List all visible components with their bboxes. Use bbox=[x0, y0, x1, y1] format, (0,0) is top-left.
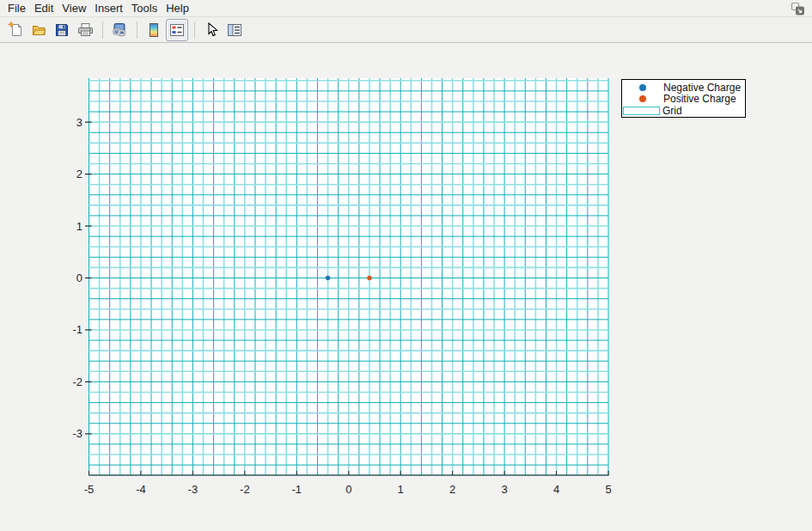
legend-entry-positive-charge: Positive Charge bbox=[622, 94, 745, 106]
x-tick-label: 5 bbox=[605, 483, 611, 496]
menu-tools[interactable]: Tools bbox=[127, 0, 162, 16]
negative-charge-marker-icon bbox=[639, 84, 646, 91]
y-tick-label: 3 bbox=[76, 116, 82, 129]
print-figure-button[interactable] bbox=[74, 19, 96, 41]
x-tick-label: 4 bbox=[553, 483, 559, 496]
new-figure-button[interactable] bbox=[4, 19, 27, 41]
insert-legend-button[interactable] bbox=[166, 19, 188, 41]
pop-out-icon bbox=[791, 2, 805, 15]
grid-swatch-icon bbox=[623, 107, 660, 115]
menu-help[interactable]: Help bbox=[162, 0, 193, 16]
menu-edit[interactable]: Edit bbox=[30, 0, 58, 16]
x-tick-label: -1 bbox=[292, 483, 302, 496]
save-icon bbox=[54, 22, 70, 38]
menu-bar: File Edit View Insert Tools Help bbox=[0, 0, 812, 17]
open-folder-icon bbox=[31, 21, 47, 38]
x-tick-label: -2 bbox=[240, 483, 250, 496]
toolbar-separator bbox=[137, 21, 137, 39]
pop-out-button[interactable] bbox=[790, 2, 805, 15]
figure-window: File Edit View Insert Tools Help bbox=[0, 0, 812, 531]
x-tick-label: -3 bbox=[188, 483, 198, 496]
y-tick-label: -3 bbox=[72, 427, 82, 440]
y-tick-label: -1 bbox=[72, 323, 82, 336]
plot-browser-icon bbox=[226, 22, 243, 38]
x-tick-labels: -5-4-3-2-1012345 bbox=[84, 483, 612, 496]
y-tick-label: 1 bbox=[76, 220, 82, 233]
legend-entry-negative-charge: Negative Charge bbox=[622, 82, 745, 94]
x-tick-label: -4 bbox=[136, 483, 146, 496]
x-tick-label: 0 bbox=[345, 483, 351, 496]
y-tick-label: 0 bbox=[76, 272, 82, 284]
toolbar-separator bbox=[102, 21, 103, 39]
link-icon bbox=[111, 21, 128, 38]
printer-icon bbox=[77, 21, 94, 38]
menu-file[interactable]: File bbox=[3, 0, 30, 16]
arrow-cursor-icon bbox=[204, 21, 219, 39]
positive-charge-marker bbox=[367, 276, 371, 280]
edit-plot-button[interactable] bbox=[200, 19, 223, 41]
insert-colorbar-button[interactable] bbox=[143, 19, 165, 41]
plot-browser-button[interactable] bbox=[223, 19, 246, 41]
colorbar-icon bbox=[146, 21, 162, 39]
y-tick-label: -2 bbox=[72, 375, 82, 388]
legend-label: Positive Charge bbox=[663, 93, 736, 105]
new-document-icon bbox=[8, 21, 24, 38]
x-tick-label: 2 bbox=[449, 483, 455, 496]
x-tick-label: 1 bbox=[398, 483, 404, 496]
link-plot-button[interactable] bbox=[108, 19, 131, 41]
legend-box[interactable]: Negative Charge Positive Charge Grid bbox=[621, 79, 746, 118]
x-tick-label: 3 bbox=[501, 483, 507, 496]
negative-charge-marker bbox=[326, 276, 330, 280]
menu-insert[interactable]: Insert bbox=[90, 0, 127, 16]
y-tick-label: 2 bbox=[76, 168, 82, 180]
open-file-button[interactable] bbox=[27, 19, 50, 41]
figure-canvas: -5-4-3-2-1012345-3-2-10123 Negative Char… bbox=[0, 43, 812, 531]
legend-icon bbox=[169, 22, 185, 38]
positive-charge-marker-icon bbox=[639, 95, 646, 102]
legend-label: Grid bbox=[662, 105, 682, 117]
legend-label: Negative Charge bbox=[663, 82, 741, 94]
menu-view[interactable]: View bbox=[58, 0, 90, 16]
y-tick-labels: -3-2-10123 bbox=[72, 116, 82, 441]
x-tick-label: -5 bbox=[84, 483, 95, 496]
save-figure-button[interactable] bbox=[51, 19, 73, 41]
legend-entry-grid: Grid bbox=[622, 105, 745, 117]
figure-toolbar bbox=[0, 17, 812, 43]
toolbar-separator bbox=[194, 21, 195, 39]
